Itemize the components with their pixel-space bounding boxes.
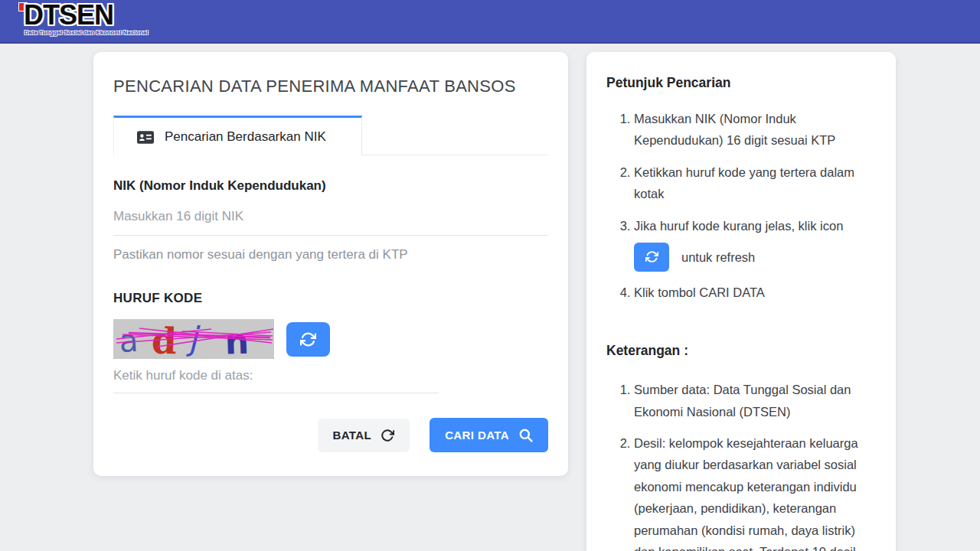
captcha-image: a d j n <box>113 319 274 359</box>
search-card: PENCARIAN DATA PENERIMA MANFAAT BANSOS P… <box>93 52 568 476</box>
tab-bar: Pencarian Berdasarkan NIK <box>113 116 548 155</box>
instruction-step-2: Ketikkan huruf kode yang tertera dalam k… <box>634 161 876 205</box>
instructions-title: Petunjuk Pencarian <box>606 75 876 91</box>
search-button-label: CARI DATA <box>445 429 509 442</box>
notes-list: Sumber data: Data Tunggal Sosial dan Eko… <box>606 379 876 551</box>
nik-helper-text: Pastikan nomor sesuai dengan yang terter… <box>113 247 548 262</box>
logo-tagline: Data Tunggal Sosial dan Ekonomi Nasional <box>24 29 147 36</box>
captcha-input[interactable] <box>113 359 439 393</box>
tab-label: Pencarian Berdasarkan NIK <box>165 129 326 145</box>
notes-title: Keterangan : <box>606 343 876 359</box>
nik-label: NIK (Nomor Induk Kependudukan) <box>113 178 548 194</box>
help-card: Petunjuk Pencarian Masukkan NIK (Nomor I… <box>586 52 896 551</box>
tab-pencarian-nik[interactable]: Pencarian Berdasarkan NIK <box>113 116 362 155</box>
captcha-label: HURUF KODE <box>113 291 548 306</box>
instruction-step-1: Masukkan NIK (Nomor Induk Kependudukan) … <box>634 108 876 152</box>
logo-text: DTSEN <box>24 0 113 31</box>
instruction-step-3-suffix: untuk refresh <box>681 246 755 268</box>
note-item-1: Sumber data: Data Tunggal Sosial dan Eko… <box>634 379 876 422</box>
instruction-refresh-row: untuk refresh <box>634 243 876 272</box>
rotate-cw-icon <box>381 429 394 442</box>
instruction-step-4: Klik tombol CARI DATA <box>634 282 876 303</box>
instruction-step-3: Jika huruf kode kurang jelas, klik icon … <box>634 215 876 272</box>
refresh-icon <box>645 250 658 263</box>
svg-text:a: a <box>118 323 139 359</box>
instructions-list: Masukkan NIK (Nomor Induk Kependudukan) … <box>606 108 876 303</box>
note-item-2: Desil: kelompok kesejahteraan keluarga y… <box>634 432 876 551</box>
id-card-icon <box>137 131 154 144</box>
captcha-refresh-button[interactable] <box>286 322 330 357</box>
page-title: PENCARIAN DATA PENERIMA MANFAAT BANSOS <box>113 77 548 96</box>
dtsen-logo: DTSEN Data Tunggal Sosial dan Ekonomi Na… <box>18 0 141 42</box>
instruction-step-3-text: Jika huruf kode kurang jelas, klik icon <box>634 219 843 233</box>
nik-input[interactable] <box>113 194 548 236</box>
instruction-refresh-button[interactable] <box>634 243 669 272</box>
form-footer: BATAL CARI DATA <box>113 418 548 452</box>
app-header: DTSEN Data Tunggal Sosial dan Ekonomi Na… <box>0 0 980 44</box>
search-icon <box>518 428 533 442</box>
cancel-button-label: BATAL <box>333 429 372 442</box>
refresh-icon <box>300 331 316 347</box>
search-button[interactable]: CARI DATA <box>430 418 548 452</box>
captcha-row: a d j n <box>113 319 548 359</box>
cancel-button[interactable]: BATAL <box>318 419 410 452</box>
